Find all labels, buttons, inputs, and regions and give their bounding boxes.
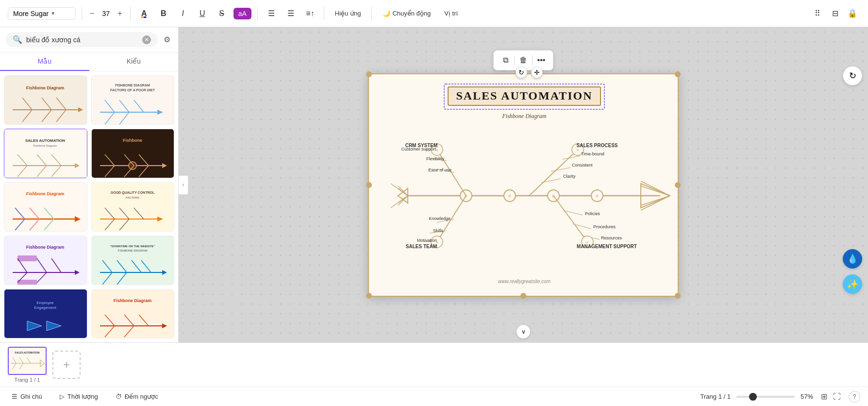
- text-color-button[interactable]: A: [136, 6, 152, 21]
- svg-marker-78: [27, 321, 42, 331]
- help-button[interactable]: ?: [849, 391, 860, 403]
- template-card[interactable]: "DOWNTIME ON THE WEBSITE" FISHBONE DIAGR…: [91, 236, 175, 285]
- position-button[interactable]: Vị trí: [439, 8, 463, 19]
- notes-button[interactable]: ☰ Ghi chú: [8, 391, 46, 402]
- notes-icon: ☰: [12, 393, 17, 400]
- slide-number-1: Trang 1 / 1: [15, 377, 40, 383]
- svg-line-45: [30, 219, 39, 230]
- more-options-button[interactable]: •••: [534, 53, 548, 67]
- svg-line-13: [105, 100, 115, 112]
- filter-button[interactable]: ⚙: [162, 33, 172, 46]
- page-info: Trang 1 / 1 57% ⊞ ⛶ ?: [701, 390, 860, 403]
- svg-line-32: [105, 154, 115, 166]
- svg-marker-50: [157, 217, 163, 221]
- add-slide-button[interactable]: +: [52, 351, 81, 379]
- template-preview: Fishbone Diagram 🎓: [4, 76, 87, 125]
- grid-icon: ⠿: [815, 9, 820, 18]
- svg-line-83: [105, 315, 115, 326]
- font-size-decrease-button[interactable]: −: [88, 8, 96, 19]
- bold-button[interactable]: B: [156, 6, 171, 21]
- template-card[interactable]: Fishbone Diagram 🎓: [91, 289, 175, 338]
- template-card[interactable]: SALES AUTOMATION Fishbone Diagram 🎓: [4, 129, 87, 178]
- position-label: Vị trí: [444, 10, 458, 17]
- svg-text:SALES AUTOMATION: SALES AUTOMATION: [25, 138, 65, 143]
- zoom-slider[interactable]: [736, 396, 795, 398]
- fishbone-diagram-svg: SALES AUTOMATION Fishbone Diagram: [369, 74, 680, 298]
- toolbar-divider-2: [130, 7, 131, 20]
- template-card[interactable]: Fishbone Diagram 🎓: [4, 75, 87, 125]
- template-card[interactable]: Fishbone 🎓: [91, 129, 175, 178]
- bold-icon: B: [161, 9, 167, 18]
- zoom-level: 57%: [801, 393, 813, 400]
- lock-button[interactable]: 🔒: [845, 6, 860, 21]
- layout-button[interactable]: ⊟: [827, 6, 843, 21]
- svg-text:SALES TEAM: SALES TEAM: [406, 244, 437, 249]
- svg-line-44: [15, 219, 25, 230]
- template-card[interactable]: Employee Engagement 🎓: [4, 289, 87, 338]
- search-input[interactable]: [26, 36, 138, 44]
- help-icon: ?: [853, 393, 856, 400]
- template-card[interactable]: FISHBONE DIAGRAM FACTORS OF A POOR DIET …: [91, 75, 175, 125]
- slide-thumb-svg: SALES AUTOMATION: [9, 348, 46, 374]
- font-size-increase-button[interactable]: +: [116, 8, 124, 19]
- list2-button[interactable]: ≡↑: [302, 6, 318, 21]
- strikethrough-button[interactable]: S: [214, 6, 230, 21]
- grid-icon: ⊞: [821, 392, 827, 401]
- delete-button[interactable]: 🗑: [517, 53, 530, 67]
- svg-line-74: [102, 272, 112, 285]
- svg-text:Knowledge: Knowledge: [429, 216, 451, 221]
- grid-view-button[interactable]: ⊞: [819, 390, 829, 403]
- color-bar: [141, 17, 147, 18]
- svg-line-34: [139, 154, 149, 166]
- svg-line-125: [541, 179, 561, 183]
- svg-line-85: [139, 315, 149, 326]
- tab-kieu[interactable]: Kiểu: [89, 52, 179, 71]
- italic-button[interactable]: I: [175, 6, 191, 21]
- svg-line-126: [551, 168, 570, 171]
- grid-view-button[interactable]: ⠿: [810, 6, 825, 21]
- move-handle[interactable]: ✛: [531, 67, 543, 78]
- svg-line-124: [529, 150, 578, 196]
- template-preview: Fishbone Diagram 🎓: [4, 183, 87, 232]
- page-number: Trang 1 / 1: [701, 393, 731, 400]
- add-slide-icon: +: [63, 358, 70, 372]
- slides-strip: SALES AUTOMATION Trang 1 / 1 +: [0, 343, 868, 387]
- svg-text:"DOWNTIME ON THE WEBSITE": "DOWNTIME ON THE WEBSITE": [110, 245, 155, 248]
- toggle-sidebar-button[interactable]: ‹: [179, 175, 188, 195]
- rotate-handle[interactable]: ↻: [516, 67, 527, 78]
- font-name-label: More Sugar: [13, 10, 49, 17]
- underline-button[interactable]: U: [195, 6, 210, 21]
- svg-line-26: [37, 166, 47, 177]
- svg-text:SALES PROCESS: SALES PROCESS: [576, 143, 618, 148]
- svg-text:GOOD QUALITY CONTROL: GOOD QUALITY CONTROL: [111, 191, 155, 195]
- animation-button[interactable]: 🌙 Chuyển động: [378, 8, 435, 19]
- search-clear-button[interactable]: ✕: [142, 35, 151, 44]
- collapse-arrow[interactable]: ∨: [517, 325, 530, 338]
- svg-line-14: [119, 100, 129, 112]
- fullscreen-button[interactable]: ⛶: [831, 390, 843, 403]
- effects-button[interactable]: Hiệu ứng: [330, 8, 366, 19]
- align-button[interactable]: ☰: [264, 6, 279, 21]
- collapse-button[interactable]: ∨: [517, 325, 530, 338]
- template-card[interactable]: Fishbone Diagram 🎓: [4, 236, 87, 285]
- toolbar-divider-5: [371, 7, 372, 20]
- template-preview: Fishbone Diagram 🎓: [92, 289, 174, 338]
- template-card[interactable]: Fishbone Diagram 🎓: [4, 182, 87, 232]
- tab-mau[interactable]: Mẫu: [0, 52, 89, 71]
- italic-icon: I: [182, 9, 184, 18]
- svg-line-35: [105, 166, 115, 177]
- text-case-button[interactable]: aA: [234, 8, 251, 19]
- duration-icon: ▷: [60, 393, 65, 400]
- svg-line-87: [124, 326, 134, 337]
- duration-button[interactable]: ▷ Thời lượng: [56, 391, 102, 402]
- template-card[interactable]: GOOD QUALITY CONTROL FACTORS 🎓: [91, 182, 175, 232]
- list-button[interactable]: ☰: [283, 6, 299, 21]
- copy-button[interactable]: ⧉: [499, 53, 512, 67]
- font-selector[interactable]: More Sugar ▼: [8, 7, 76, 20]
- svg-text:Motivation: Motivation: [417, 238, 437, 243]
- slide-thumbnail-1[interactable]: SALES AUTOMATION: [8, 347, 47, 375]
- svg-line-41: [15, 208, 25, 219]
- slide-frame[interactable]: ⧉ 🗑 ••• ↻ ✛: [368, 73, 679, 297]
- template-preview: SALES AUTOMATION Fishbone Diagram 🎓: [4, 129, 87, 178]
- countdown-button[interactable]: ⏱ Đếm ngược: [112, 391, 162, 402]
